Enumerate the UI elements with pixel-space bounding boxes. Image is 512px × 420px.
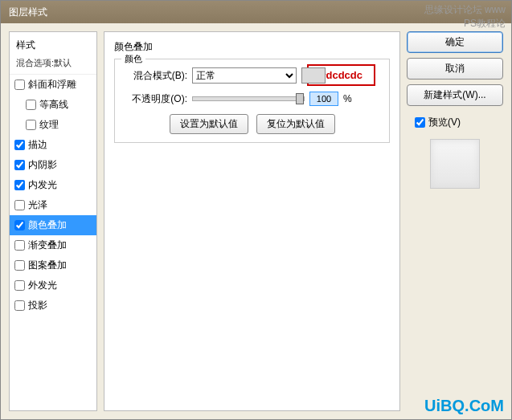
center-panel: 颜色叠加 #dcdcdc 颜色 混合模式(B): 正常 不透明度(O): %: [104, 31, 400, 411]
style-item-9[interactable]: 图案叠加: [10, 255, 96, 275]
opacity-unit: %: [343, 93, 352, 104]
style-checkbox[interactable]: [14, 200, 25, 210]
preview-thumbnail: [430, 139, 480, 189]
style-checkbox[interactable]: [26, 120, 36, 130]
style-item-5[interactable]: 内发光: [10, 175, 96, 195]
content: 样式 混合选项:默认 斜面和浮雕等高线纹理描边内阴影内发光光泽颜色叠加渐变叠加图…: [1, 23, 511, 419]
style-label: 渐变叠加: [28, 239, 67, 252]
style-checkbox[interactable]: [14, 280, 25, 291]
style-label: 等高线: [39, 98, 68, 112]
style-label: 光泽: [28, 198, 47, 212]
style-label: 内阴影: [28, 158, 57, 172]
style-item-6[interactable]: 光泽: [10, 195, 96, 215]
style-item-8[interactable]: 渐变叠加: [10, 235, 96, 255]
style-checkbox[interactable]: [26, 100, 36, 110]
style-checkbox[interactable]: [14, 180, 25, 190]
opacity-slider[interactable]: [192, 96, 305, 101]
right-panel: 确定 取消 新建样式(W)... 预览(V): [407, 31, 503, 411]
style-item-2[interactable]: 纹理: [10, 115, 96, 135]
style-checkbox[interactable]: [14, 80, 25, 90]
fieldset-legend: 颜色: [121, 53, 145, 65]
cancel-button[interactable]: 取消: [407, 58, 503, 80]
style-item-7[interactable]: 颜色叠加: [10, 215, 96, 235]
style-item-1[interactable]: 等高线: [10, 95, 96, 115]
style-checkbox[interactable]: [14, 220, 25, 230]
watermark-bottom: UiBQ.CoM: [424, 397, 504, 415]
style-label: 描边: [28, 138, 47, 152]
make-default-button[interactable]: 设置为默认值: [170, 114, 248, 134]
style-item-11[interactable]: 投影: [10, 296, 96, 316]
style-item-4[interactable]: 内阴影: [10, 155, 96, 175]
section-title: 颜色叠加: [114, 40, 390, 54]
style-label: 内发光: [28, 178, 57, 192]
new-style-button[interactable]: 新建样式(W)...: [407, 84, 503, 106]
opacity-label: 不透明度(O):: [123, 92, 187, 106]
layer-style-dialog: 图层样式 思缘设计论坛 wwwPS教程论 样式 混合选项:默认 斜面和浮雕等高线…: [0, 0, 512, 420]
window-title: 图层样式: [9, 6, 47, 18]
blend-options-default[interactable]: 混合选项:默认: [10, 55, 96, 75]
style-label: 颜色叠加: [28, 218, 67, 232]
color-fieldset: 颜色 混合模式(B): 正常 不透明度(O): % 设置为默认值 复位为默认: [114, 59, 390, 143]
preview-label: 预览(V): [428, 116, 461, 129]
preview-checkbox[interactable]: [415, 117, 425, 128]
style-item-10[interactable]: 外发光: [10, 275, 96, 296]
blend-mode-select[interactable]: 正常: [192, 67, 297, 84]
style-item-0[interactable]: 斜面和浮雕: [10, 75, 96, 95]
style-checkbox[interactable]: [14, 300, 25, 311]
color-swatch[interactable]: [301, 67, 326, 84]
style-label: 外发光: [28, 279, 57, 292]
reset-default-button[interactable]: 复位为默认值: [256, 114, 335, 134]
style-item-3[interactable]: 描边: [10, 135, 96, 155]
style-checkbox[interactable]: [14, 160, 25, 170]
style-checkbox[interactable]: [14, 240, 25, 251]
style-checkbox[interactable]: [14, 260, 25, 271]
styles-header[interactable]: 样式: [10, 35, 96, 55]
watermark-top: 思缘设计论坛 wwwPS教程论: [424, 3, 506, 31]
style-label: 图案叠加: [28, 259, 67, 272]
style-label: 纹理: [39, 118, 59, 132]
style-label: 斜面和浮雕: [28, 78, 76, 92]
style-checkbox[interactable]: [14, 140, 25, 150]
styles-list: 样式 混合选项:默认 斜面和浮雕等高线纹理描边内阴影内发光光泽颜色叠加渐变叠加图…: [9, 31, 97, 411]
opacity-input[interactable]: [309, 92, 338, 106]
ok-button[interactable]: 确定: [407, 31, 503, 53]
style-label: 投影: [28, 299, 47, 312]
blend-mode-label: 混合模式(B):: [123, 69, 187, 83]
